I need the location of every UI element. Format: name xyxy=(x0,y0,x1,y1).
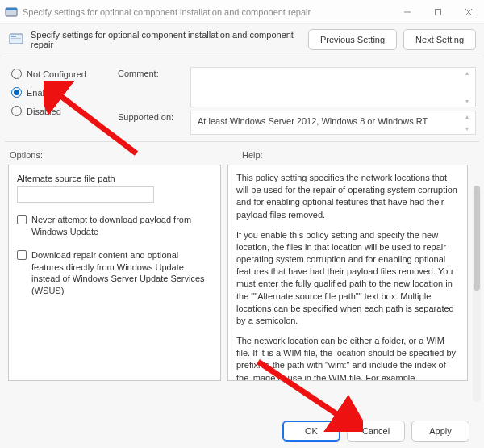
cancel-button[interactable]: Cancel xyxy=(347,421,405,442)
minimize-button[interactable] xyxy=(392,0,423,23)
help-paragraph: The network location can be either a fol… xyxy=(236,335,459,381)
title-bar: Specify settings for optional component … xyxy=(0,0,484,24)
policy-window-icon xyxy=(5,6,18,19)
textarea-scroll[interactable]: ▴▾ xyxy=(465,113,474,132)
radio-disabled[interactable]: Disabled xyxy=(11,106,108,116)
alt-source-path-input[interactable] xyxy=(17,186,154,203)
svg-rect-7 xyxy=(11,36,16,37)
policy-icon xyxy=(8,31,24,48)
close-button[interactable] xyxy=(453,0,484,23)
separator xyxy=(5,57,479,57)
supported-on-label: Supported on: xyxy=(118,111,182,122)
state-radio-group: Not Configured Enabled Disabled xyxy=(11,67,108,135)
radio-icon xyxy=(11,69,22,79)
next-setting-button[interactable]: Next Setting xyxy=(403,29,476,50)
options-heading: Options: xyxy=(10,150,236,160)
supported-on-box: At least Windows Server 2012, Windows 8 … xyxy=(190,111,476,135)
supported-on-value: At least Windows Server 2012, Windows 8 … xyxy=(198,116,428,126)
comment-textarea[interactable]: ▴▾ xyxy=(190,67,476,107)
svg-rect-1 xyxy=(6,8,17,10)
radio-label: Disabled xyxy=(27,107,61,116)
scrollbar-vertical[interactable] xyxy=(473,186,481,402)
checkbox-icon xyxy=(17,250,27,260)
header-row: Specify settings for optional component … xyxy=(0,24,484,52)
apply-button[interactable]: Apply xyxy=(411,421,469,442)
dialog-button-bar: OK Cancel Apply xyxy=(0,421,484,442)
textarea-scroll[interactable]: ▴▾ xyxy=(465,69,474,105)
radio-enabled[interactable]: Enabled xyxy=(11,87,108,98)
svg-rect-9 xyxy=(11,40,21,40)
maximize-button[interactable] xyxy=(423,0,453,23)
help-paragraph: If you enable this policy setting and sp… xyxy=(236,229,459,327)
radio-not-configured[interactable]: Not Configured xyxy=(11,69,108,79)
checkbox-never-download[interactable]: Never attempt to download payload from W… xyxy=(17,214,212,238)
radio-label: Enabled xyxy=(27,88,59,98)
checkbox-label: Download repair content and optional fea… xyxy=(31,249,212,297)
checkbox-icon xyxy=(17,215,27,224)
help-heading: Help: xyxy=(242,150,476,160)
state-area: Not Configured Enabled Disabled Comment:… xyxy=(0,62,484,136)
alt-source-path-label: Alternate source file path xyxy=(17,174,212,183)
svg-rect-8 xyxy=(11,38,21,39)
options-pane: Alternate source file path Never attempt… xyxy=(8,165,221,381)
svg-rect-3 xyxy=(436,9,441,15)
radio-icon xyxy=(11,87,22,98)
help-pane: This policy setting specifies the networ… xyxy=(227,165,468,381)
radio-label: Not Configured xyxy=(27,69,86,79)
help-description: This policy setting specifies the networ… xyxy=(236,172,459,381)
help-paragraph: This policy setting specifies the networ… xyxy=(236,172,459,221)
separator xyxy=(5,141,479,142)
policy-name: Specify settings for optional component … xyxy=(31,30,302,49)
ok-button[interactable]: OK xyxy=(282,421,340,442)
comment-label: Comment: xyxy=(118,67,182,78)
scrollbar-thumb[interactable] xyxy=(474,186,480,291)
window-title: Specify settings for optional component … xyxy=(23,7,392,17)
checkbox-wsus-bypass[interactable]: Download repair content and optional fea… xyxy=(17,249,212,297)
previous-setting-button[interactable]: Previous Setting xyxy=(308,29,397,50)
checkbox-label: Never attempt to download payload from W… xyxy=(31,214,212,238)
radio-icon xyxy=(11,106,22,116)
